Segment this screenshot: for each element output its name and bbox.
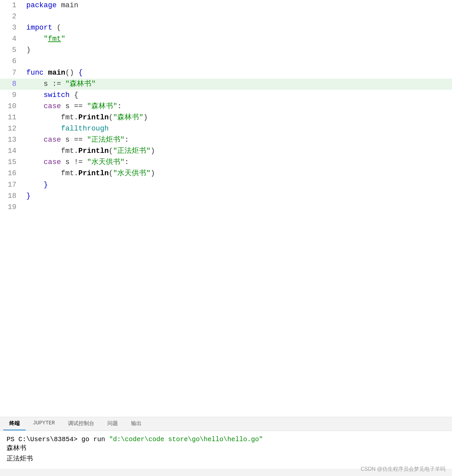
line-number-19: 19 — [0, 202, 23, 213]
panel-tab-调试控制台[interactable]: 调试控制台 — [62, 417, 100, 430]
terminal-prompt: PS C:\Users\83854> — [7, 436, 78, 443]
panel-tab-输出[interactable]: 输出 — [125, 417, 147, 430]
line-number-14: 14 — [0, 146, 23, 157]
panel-tab-JUPYTER[interactable]: JUPYTER — [27, 417, 61, 430]
line-number-17: 17 — [0, 179, 23, 191]
code-line-8: 8 s := "森林书" — [0, 79, 452, 90]
line-code-5: ) — [23, 45, 452, 56]
line-number-3: 3 — [0, 22, 23, 34]
line-code-16: fmt.Println("水天供书") — [23, 168, 452, 179]
code-line-7: 7func main() { — [0, 67, 452, 79]
line-number-12: 12 — [0, 123, 23, 134]
code-line-11: 11 fmt.Println("森林书") — [0, 112, 452, 123]
panel-tab-问题[interactable]: 问题 — [102, 417, 124, 430]
terminal-content: PS C:\Users\83854> go run "d:\coder\code… — [0, 431, 452, 469]
line-number-7: 7 — [0, 67, 23, 79]
line-number-4: 4 — [0, 34, 23, 45]
code-line-9: 9 switch { — [0, 90, 452, 101]
line-code-4: "fmt" — [23, 34, 452, 45]
line-code-18: } — [23, 191, 452, 202]
output-line: 正法炬书 — [7, 454, 445, 464]
line-number-5: 5 — [0, 45, 23, 56]
line-number-13: 13 — [0, 134, 23, 146]
line-code-9: switch { — [23, 90, 452, 101]
code-line-1: 1package main — [0, 0, 452, 11]
code-line-2: 2 — [0, 11, 452, 22]
code-line-19: 19 — [0, 202, 452, 213]
terminal-go-cmd: go run — [78, 436, 109, 443]
output-line: 森林书 — [7, 443, 445, 454]
line-code-15: case s != "水天供书": — [23, 157, 452, 168]
line-code-6 — [23, 56, 452, 67]
code-line-18: 18} — [0, 191, 452, 202]
line-code-1: package main — [23, 0, 452, 11]
line-code-12: fallthrough — [23, 123, 452, 134]
line-code-14: fmt.Println("正法炬书") — [23, 146, 452, 157]
line-number-1: 1 — [0, 0, 23, 11]
code-line-15: 15 case s != "水天供书": — [0, 157, 452, 168]
line-number-16: 16 — [0, 168, 23, 179]
line-code-3: import ( — [23, 22, 452, 34]
code-line-16: 16 fmt.Println("水天供书") — [0, 168, 452, 179]
line-code-13: case s == "正法炬书": — [23, 134, 452, 146]
code-line-14: 14 fmt.Println("正法炬书") — [0, 146, 452, 157]
line-number-2: 2 — [0, 11, 23, 22]
line-number-18: 18 — [0, 191, 23, 202]
code-line-17: 17 } — [0, 179, 452, 191]
code-line-4: 4 "fmt" — [0, 34, 452, 45]
panel-tabs: 终端JUPYTER调试控制台问题输出 — [0, 417, 452, 431]
terminal-command-line: PS C:\Users\83854> go run "d:\coder\code… — [7, 436, 445, 443]
line-code-10: case s == "森林书": — [23, 101, 452, 112]
code-line-5: 5) — [0, 45, 452, 56]
code-editor: 1package main2 3import (4 "fmt"5)6 7func… — [0, 0, 452, 417]
line-number-9: 9 — [0, 90, 23, 101]
code-table: 1package main2 3import (4 "fmt"5)6 7func… — [0, 0, 452, 213]
code-line-10: 10 case s == "森林书": — [0, 101, 452, 112]
terminal-cmd-string: "d:\coder\code store\go\hello\hello.go" — [109, 436, 263, 443]
code-line-13: 13 case s == "正法炬书": — [0, 134, 452, 146]
line-code-17: } — [23, 179, 452, 191]
line-number-8: 8 — [0, 79, 23, 90]
code-line-12: 12 fallthrough — [0, 123, 452, 134]
line-number-11: 11 — [0, 112, 23, 123]
line-code-2 — [23, 11, 452, 22]
terminal-output: 森林书正法炬书 — [7, 443, 445, 464]
code-line-3: 3import ( — [0, 22, 452, 34]
line-code-19 — [23, 202, 452, 213]
line-number-15: 15 — [0, 157, 23, 168]
panel-tab-终端[interactable]: 终端 — [3, 417, 26, 430]
line-number-6: 6 — [0, 56, 23, 67]
line-code-8: s := "森林书" — [23, 79, 452, 90]
watermark: CSDN @仿生程序员会梦见电子羊吗 — [361, 466, 445, 473]
line-number-10: 10 — [0, 101, 23, 112]
code-line-6: 6 — [0, 56, 452, 67]
line-code-11: fmt.Println("森林书") — [23, 112, 452, 123]
line-code-7: func main() { — [23, 67, 452, 79]
